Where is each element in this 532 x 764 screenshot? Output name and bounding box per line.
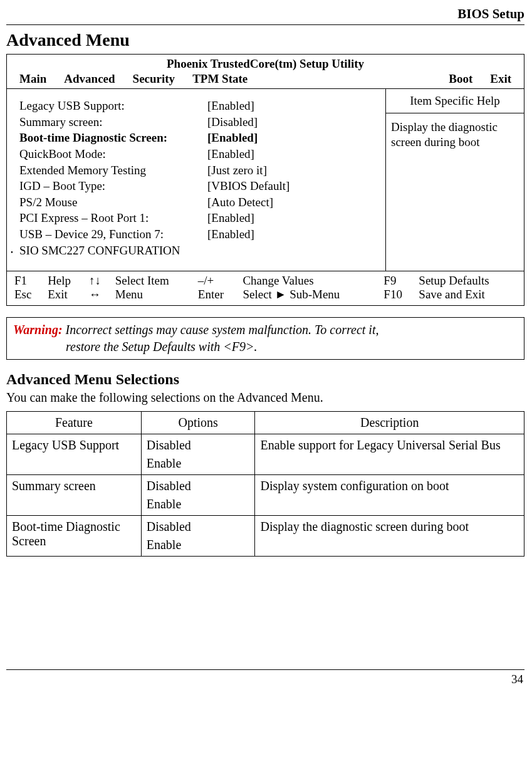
bios-tabs: Main Advanced Security TPM State Boot Ex… — [7, 71, 524, 88]
table-row: Boot-time Diagnostic ScreenDisabledEnabl… — [7, 516, 524, 557]
plusminus-key: –/+ — [194, 274, 239, 288]
setting-label: Legacy USB Support: — [19, 98, 207, 114]
setting-label: Extended Memory Testing — [19, 162, 207, 179]
cell-options: DisabledEnable — [141, 475, 255, 516]
col-feature: Feature — [7, 412, 142, 434]
change-values-label: Change Values — [239, 274, 380, 288]
updown-icon: ↑↓ — [85, 274, 112, 288]
submenu-bullet-icon: • — [11, 245, 19, 257]
option-value: Enable — [147, 497, 250, 511]
tab-main[interactable]: Main — [19, 72, 46, 86]
setting-label: PCI Express – Root Port 1: — [19, 210, 207, 226]
setting-row[interactable]: Summary screen:[Disabled] — [19, 114, 380, 130]
submenu-label: SIO SMC227 CONFGURATION — [19, 243, 180, 259]
section-heading: Advanced Menu — [6, 30, 524, 50]
header-rule — [6, 24, 524, 25]
option-value: Enable — [147, 538, 250, 552]
select-submenu-label: Select ► Sub-Menu — [239, 288, 380, 301]
setting-label: QuickBoot Mode: — [19, 146, 207, 162]
submenu-row[interactable]: • SIO SMC227 CONFGURATION — [11, 243, 380, 259]
cell-options: DisabledEnable — [141, 434, 255, 475]
setting-value[interactable]: [Disabled] — [207, 114, 258, 130]
option-value: Enable — [147, 456, 250, 471]
help-title: Item Specific Help — [386, 89, 524, 113]
setting-value[interactable]: [Just zero it] — [207, 162, 267, 179]
warning-line2: restore the Setup Defaults with <F9>. — [13, 338, 518, 355]
subsection-intro: You can make the following selections on… — [6, 390, 524, 405]
footer-rule — [6, 669, 524, 670]
tab-tpm-state[interactable]: TPM State — [192, 72, 248, 86]
cell-feature: Boot-time Diagnostic Screen — [7, 516, 142, 557]
cell-feature: Legacy USB Support — [7, 434, 142, 475]
col-description: Description — [255, 412, 524, 434]
table-row: Legacy USB SupportDisabledEnableEnable s… — [7, 434, 524, 475]
setting-row[interactable]: Extended Memory Testing[Just zero it] — [19, 162, 380, 179]
tab-security[interactable]: Security — [133, 72, 175, 86]
bios-title: Phoenix TrustedCore(tm) Setup Utility — [7, 55, 524, 71]
tab-exit[interactable]: Exit — [490, 72, 511, 86]
cell-description: Display system configuration on boot — [255, 475, 524, 516]
settings-column: Legacy USB Support:[Enabled]Summary scre… — [7, 89, 385, 271]
cell-description: Display the diagnostic screen during boo… — [255, 516, 524, 557]
subsection-heading: Advanced Menu Selections — [6, 371, 524, 388]
tab-boot[interactable]: Boot — [449, 72, 472, 86]
setup-defaults-label: Setup Defaults — [415, 274, 520, 288]
option-value: Disabled — [147, 438, 250, 453]
cell-description: Enable support for Legacy Universal Seri… — [255, 434, 524, 475]
page-number: 34 — [6, 672, 524, 686]
esc-key: Esc — [11, 288, 44, 301]
setting-row[interactable]: PCI Express – Root Port 1: [Enabled] — [19, 210, 380, 226]
menu-label: Menu — [112, 288, 194, 301]
setting-value[interactable]: [Auto Detect] — [207, 194, 273, 211]
f1-action: Help — [44, 274, 85, 288]
f9-key: F9 — [380, 274, 415, 288]
setting-label: PS/2 Mouse — [19, 194, 207, 211]
cell-feature: Summary screen — [7, 475, 142, 516]
setting-value[interactable]: [Enabled] — [207, 210, 254, 226]
option-value: Disabled — [147, 520, 250, 534]
tab-advanced[interactable]: Advanced — [64, 72, 115, 86]
esc-action: Exit — [44, 288, 85, 301]
bios-footer: F1 Help ↑↓ Select Item –/+ Change Values… — [7, 271, 524, 305]
setting-value[interactable]: [Enabled] — [207, 146, 254, 162]
page-header: BIOS Setup — [6, 6, 524, 23]
setting-value[interactable]: [Enabled] — [207, 130, 258, 146]
save-exit-label: Save and Exit — [415, 288, 520, 301]
option-value: Disabled — [147, 479, 250, 493]
enter-key: Enter — [194, 288, 239, 301]
setting-value[interactable]: [Enabled] — [207, 98, 254, 114]
col-options: Options — [141, 412, 255, 434]
setting-label: IGD – Boot Type: — [19, 178, 207, 194]
f10-key: F10 — [380, 288, 415, 301]
setting-value[interactable]: [Enabled] — [207, 226, 254, 243]
leftright-icon: ↔ — [85, 288, 112, 301]
warning-line1: Incorrect settings may cause system malf… — [66, 323, 379, 337]
setting-row[interactable]: Boot-time Diagnostic Screen:[Enabled] — [19, 130, 380, 146]
help-column: Item Specific Help Display the diagnosti… — [385, 89, 524, 271]
setting-row[interactable]: Legacy USB Support:[Enabled] — [19, 98, 380, 114]
setting-row[interactable]: PS/2 Mouse [Auto Detect] — [19, 194, 380, 211]
warning-box: Warning: Incorrect settings may cause sy… — [6, 317, 524, 360]
setting-row[interactable]: IGD – Boot Type: [VBIOS Default] — [19, 178, 380, 194]
table-row: Summary screenDisabledEnableDisplay syst… — [7, 475, 524, 516]
setting-row[interactable]: QuickBoot Mode:[Enabled] — [19, 146, 380, 162]
setting-row[interactable]: USB – Device 29, Function 7: [Enabled] — [19, 226, 380, 243]
warning-label: Warning: — [13, 323, 63, 337]
f1-key: F1 — [11, 274, 44, 288]
select-item-label: Select Item — [112, 274, 194, 288]
selections-table: Feature Options Description Legacy USB S… — [6, 411, 524, 557]
bios-box: Phoenix TrustedCore(tm) Setup Utility Ma… — [6, 54, 524, 306]
setting-label: USB – Device 29, Function 7: — [19, 226, 207, 243]
setting-label: Summary screen: — [19, 114, 207, 130]
setting-label: Boot-time Diagnostic Screen: — [19, 130, 207, 146]
cell-options: DisabledEnable — [141, 516, 255, 557]
setting-value[interactable]: [VBIOS Default] — [207, 178, 289, 194]
help-text: Display the diagnostic screen during boo… — [386, 113, 524, 156]
